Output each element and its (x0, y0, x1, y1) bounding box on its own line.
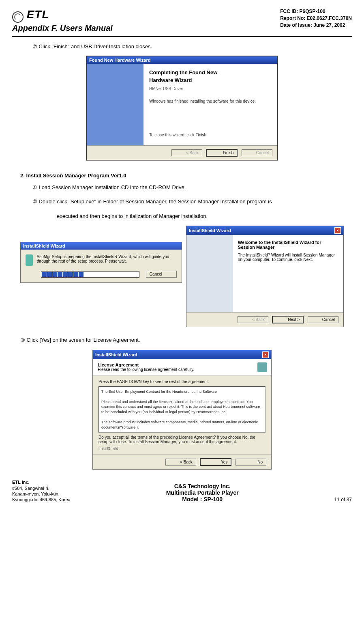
footer-addr2: Kanam-myon, Yoju-kun, (12, 491, 71, 497)
license-header-sub: Please read the following license agreem… (98, 367, 266, 372)
welcome-main: Welcome to the InstallShield Wizard for … (233, 235, 343, 312)
footer-center: C&S Technology Inc. Multimedia Portable … (166, 483, 239, 502)
step-2-3: ③ Click [Yes] on the screen for License … (20, 335, 344, 345)
wizard-body-text: Windows has finished installing the soft… (149, 99, 272, 103)
logo-row: ETL (12, 8, 113, 23)
progress-bar (41, 271, 139, 278)
footer-center1: C&S Technology Inc. (166, 483, 239, 489)
license-header-title: License Agreement (98, 362, 266, 367)
license-titlebar: InstallShield Wizard × (93, 350, 271, 359)
wizard-title-line2: Hardware Wizard (149, 77, 272, 83)
welcome-dialog: InstallShield Wizard × Welcome to the In… (186, 226, 344, 327)
license-text-box[interactable]: The End User Employment Contract for the… (98, 386, 266, 433)
fcc-id: FCC ID: P6QSP-100 (280, 8, 352, 15)
section-2-heading: 2. Install Session Manager Program Ver1.… (20, 172, 344, 179)
footer-center3: Model : SP-100 (166, 496, 239, 502)
license-line2: Please read and understand all the items… (101, 399, 263, 415)
page-content: ⑦ Click "Finish" and USB Driver Installa… (20, 42, 344, 470)
wizard-close-text: To close this wizard, click Finish. (149, 133, 272, 137)
prep-cancel-button[interactable]: Cancel (146, 271, 177, 278)
wizard-body: Completing the Found New Hardware Wizard… (87, 64, 277, 145)
page-header: ETL Appendix F. Users Manual FCC ID: P6Q… (12, 8, 352, 37)
wizard-titlebar: Found New Hardware Wizard (87, 56, 277, 64)
date-of-issue: Date of Issue: June 27, 2002 (280, 22, 352, 29)
license-dialog: InstallShield Wizard × License Agreement… (92, 350, 272, 470)
page-number: 11 of 37 (334, 497, 352, 502)
footer-left: ETL Inc. #584, Sangwhal-ri, Kanam-myon, … (12, 479, 71, 502)
logo-text: ETL (27, 8, 49, 21)
welcome-body: Welcome to the InstallShield Wizard for … (186, 235, 343, 312)
license-titlebar-text: InstallShield Wizard (95, 352, 137, 357)
welcome-body-text: The InstallShield? Wizard will install S… (238, 253, 338, 262)
wizard-title-line1: Completing the Found New (149, 69, 272, 75)
welcome-cancel-button[interactable]: Cancel (308, 316, 338, 323)
wizard-driver-name: HMNet USB Driver (149, 86, 272, 91)
welcome-sidebar-image (186, 235, 233, 312)
installshield-icon (26, 254, 33, 266)
close-icon[interactable]: × (334, 227, 341, 234)
wizard-titlebar-text: Found New Hardware Wizard (89, 58, 150, 62)
step-2-2b: executed and then begins to initializati… (32, 211, 344, 221)
footer-company: ETL Inc. (12, 479, 71, 485)
footer-addr1: #584, Sangwhal-ri, (12, 485, 71, 491)
license-instruction: Press the PAGE DOWN key to see the rest … (98, 379, 266, 384)
cancel-button: Cancel (242, 149, 272, 156)
step-7: ⑦ Click "Finish" and USB Driver Installa… (32, 42, 344, 51)
license-accept-text: Do you accept all the terms of the prece… (98, 435, 266, 444)
header-right: FCC ID: P6QSP-100 Report No: E02.0627.FC… (280, 8, 352, 28)
welcome-next-button[interactable]: Next > (272, 316, 304, 323)
welcome-title: Welcome to the InstallShield Wizard for … (238, 240, 338, 250)
report-no: Report No: E02.0627.FCC.370N (280, 15, 352, 22)
prep-titlebar-text: InstallShield Wizard (23, 244, 65, 248)
license-header: License Agreement Please read the follow… (93, 359, 271, 375)
wizard-main: Completing the Found New Hardware Wizard… (143, 64, 277, 145)
wizard-found-new-hardware: Found New Hardware Wizard Completing the… (86, 56, 278, 160)
welcome-button-row: < Back Next > Cancel (186, 312, 343, 327)
prep-body: SspMgr Setup is preparing the InstallShi… (21, 250, 182, 271)
license-no-button[interactable]: No (236, 459, 266, 466)
step-2-2: ② Double click "Setup.exe" in Folder of … (32, 197, 344, 206)
installshield-icon (257, 362, 267, 372)
step-2-1: ① Load Session Manager Installation CD i… (32, 183, 344, 192)
progress-row: Cancel (21, 271, 182, 282)
welcome-titlebar-text: InstallShield Wizard (189, 228, 231, 233)
prep-dialog: InstallShield Wizard SspMgr Setup is pre… (20, 242, 182, 283)
page-footer: ETL Inc. #584, Sangwhal-ri, Kanam-myon, … (12, 479, 352, 502)
prep-titlebar: InstallShield Wizard (21, 242, 182, 250)
license-back-button[interactable]: < Back (165, 459, 196, 466)
two-screenshot-row: InstallShield Wizard SspMgr Setup is pre… (20, 226, 344, 327)
wizard-sidebar-image (87, 64, 143, 145)
header-left: ETL Appendix F. Users Manual (12, 8, 113, 33)
license-body: Press the PAGE DOWN key to see the rest … (93, 375, 271, 455)
footer-addr3: Kyounggi-do, 469-885, Korea (12, 497, 71, 502)
logo-icon (12, 11, 24, 23)
license-line1: The End User Employment Contract for the… (101, 389, 263, 394)
wizard-button-row: < Back Finish Cancel (87, 145, 277, 160)
license-line3: The software product includes software c… (101, 420, 263, 430)
footer-center2: Multimedia Portable Player (166, 489, 239, 496)
close-icon[interactable]: × (262, 351, 269, 358)
welcome-titlebar: InstallShield Wizard × (186, 226, 343, 235)
appendix-title: Appendix F. Users Manual (12, 24, 113, 33)
license-yes-button[interactable]: Yes (200, 458, 231, 466)
finish-button[interactable]: Finish (206, 149, 238, 157)
prep-text: SspMgr Setup is preparing the InstallShi… (37, 254, 177, 266)
license-button-row: < Back Yes No (93, 455, 271, 469)
welcome-back-button: < Back (238, 316, 268, 323)
installshield-label: InstallShield (98, 446, 266, 450)
back-button: < Back (171, 149, 202, 156)
